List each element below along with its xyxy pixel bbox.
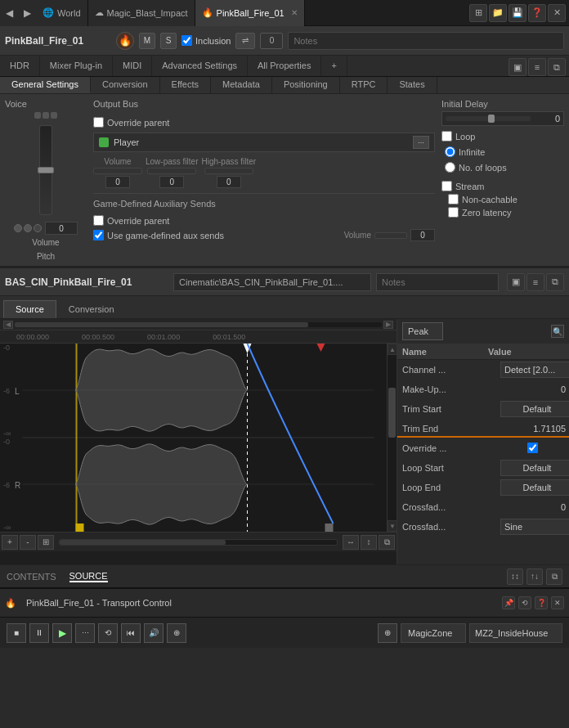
- back-button[interactable]: ⟲: [98, 623, 118, 643]
- tab-nav-back[interactable]: ◀: [0, 0, 18, 26]
- voice-slider-handle[interactable]: [38, 167, 54, 173]
- prop-crossfade-type-select[interactable]: Sine: [500, 519, 569, 535]
- more-button[interactable]: ⋯: [75, 623, 95, 643]
- s-button[interactable]: S: [160, 33, 177, 49]
- zoom-btn-4[interactable]: ↔: [343, 535, 359, 550]
- prop-channel-select[interactable]: Detect [2.0...: [500, 362, 569, 378]
- zoom-out-btn[interactable]: -: [20, 535, 36, 550]
- zone-button[interactable]: ⊕: [378, 623, 397, 643]
- conversion-tab[interactable]: Conversion: [56, 300, 127, 318]
- player-more-btn[interactable]: ···: [413, 136, 429, 149]
- tab-mixer[interactable]: Mixer Plug-in: [40, 55, 113, 76]
- game-use-input[interactable]: [93, 230, 104, 240]
- toolbar-close-icon[interactable]: ✕: [548, 4, 566, 22]
- bas-view-multi[interactable]: ⧉: [546, 273, 564, 291]
- infinite-radio-row[interactable]: Infinite: [445, 146, 564, 157]
- view-list-icon[interactable]: ≡: [528, 58, 546, 76]
- highpass-slider[interactable]: [204, 168, 253, 174]
- prop-tab-conversion[interactable]: Conversion: [91, 77, 160, 93]
- source-tab[interactable]: Source: [3, 300, 56, 318]
- bt-sort-icon[interactable]: ↕↕: [507, 568, 523, 585]
- delay-slider-track[interactable]: [446, 116, 531, 121]
- tab-add[interactable]: +: [321, 55, 347, 76]
- prop-loop-end-btn[interactable]: Default: [500, 479, 569, 496]
- lowpass-slider[interactable]: [147, 168, 196, 174]
- stop-button[interactable]: ■: [7, 623, 26, 643]
- view-grid-icon[interactable]: ▣: [509, 58, 526, 76]
- zoom-in-btn[interactable]: +: [2, 535, 18, 550]
- zoom-btn-6[interactable]: ⧉: [379, 535, 395, 550]
- scroll-left-btn[interactable]: ◀: [3, 321, 13, 329]
- bas-view-grid[interactable]: ▣: [507, 273, 525, 291]
- volume-button[interactable]: 🔊: [144, 623, 164, 643]
- output-select[interactable]: MZ2_InsideHouse: [469, 623, 562, 643]
- prop-makeup-input[interactable]: [500, 381, 566, 398]
- contents-label[interactable]: CONTENTS: [7, 572, 56, 582]
- link-button[interactable]: ⊕: [167, 623, 186, 643]
- transport-refresh-icon[interactable]: ⟲: [518, 596, 531, 609]
- infinite-radio[interactable]: [445, 146, 455, 157]
- tab-advanced-settings[interactable]: Advanced Settings: [152, 55, 248, 76]
- prop-tab-positioning[interactable]: Positioning: [272, 77, 340, 93]
- delay-slider-thumb[interactable]: [488, 115, 495, 123]
- h-scroll-bar-bottom[interactable]: [59, 539, 338, 546]
- game-volume-val[interactable]: [410, 229, 435, 241]
- m-button[interactable]: M: [139, 33, 155, 49]
- volume-filter-val[interactable]: [105, 176, 130, 188]
- prop-tab-metadata[interactable]: Metadata: [211, 77, 272, 93]
- transport-close-icon[interactable]: ✕: [551, 596, 564, 609]
- toolbar-help-icon[interactable]: ❓: [528, 4, 546, 22]
- tab-pinkball-close[interactable]: ✕: [291, 8, 298, 17]
- sound-icon-btn[interactable]: 🔥: [116, 32, 134, 50]
- transport-pin-icon[interactable]: 📌: [502, 596, 515, 609]
- scroll-down-arrow[interactable]: ▼: [388, 520, 397, 532]
- no-loops-radio-row[interactable]: No. of loops: [445, 162, 564, 173]
- non-cachable-check[interactable]: Non-cachable: [448, 194, 564, 204]
- override-parent-check[interactable]: Override parent: [93, 117, 435, 128]
- pause-button[interactable]: ⏸: [29, 623, 49, 643]
- scroll-thumb[interactable]: [388, 388, 396, 438]
- tab-hdr[interactable]: HDR: [0, 55, 40, 76]
- zero-latency-checkbox[interactable]: [448, 207, 459, 218]
- prop-tab-states[interactable]: States: [388, 77, 437, 93]
- game-override-input[interactable]: [93, 215, 104, 226]
- tab-midi[interactable]: MIDI: [113, 55, 152, 76]
- zoom-btn-5[interactable]: ↕: [361, 535, 377, 550]
- scroll-up-arrow[interactable]: ▲: [388, 344, 397, 355]
- no-loops-radio[interactable]: [445, 162, 455, 173]
- prop-trim-end-input[interactable]: [500, 420, 566, 437]
- highpass-val[interactable]: [217, 176, 241, 188]
- view-multi-icon[interactable]: ⧉: [548, 58, 566, 76]
- volume-filter-slider[interactable]: [93, 168, 142, 174]
- stream-checkbox[interactable]: [441, 181, 452, 191]
- loop-checkbox[interactable]: [441, 131, 452, 142]
- bas-path[interactable]: [173, 273, 371, 291]
- share-button[interactable]: ⇌: [235, 33, 255, 49]
- override-parent-input[interactable]: [93, 117, 104, 128]
- bt-order-icon[interactable]: ↑↓: [526, 568, 543, 585]
- tab-magic-blast[interactable]: ☁ Magic_Blast_Impact: [88, 0, 195, 26]
- toolbar-grid-icon[interactable]: ⊞: [469, 4, 487, 22]
- bt-view-icon[interactable]: ⧉: [546, 568, 562, 585]
- inclusion-toggle[interactable]: Inclusion: [181, 35, 231, 46]
- step-back-button[interactable]: ⏮: [121, 623, 141, 643]
- prop-trim-start-btn[interactable]: Default: [500, 401, 569, 417]
- h-scroll-track[interactable]: [15, 322, 382, 327]
- waveform-body[interactable]: -0 -6 -∞ -0 -6 -∞ L R: [0, 344, 397, 532]
- prop-override-check[interactable]: [527, 443, 538, 453]
- zoom-fit-btn[interactable]: ⊞: [38, 535, 54, 550]
- scroll-right-btn[interactable]: ▶: [383, 321, 393, 329]
- prop-tab-rtpc[interactable]: RTPC: [340, 77, 388, 93]
- bas-view-list[interactable]: ≡: [526, 273, 544, 291]
- notes-input[interactable]: [288, 32, 564, 50]
- tab-nav-forward[interactable]: ▶: [18, 0, 36, 26]
- loop-check[interactable]: Loop: [441, 131, 564, 142]
- peak-select[interactable]: Peak RMS: [402, 322, 443, 340]
- toolbar-save-icon[interactable]: 💾: [509, 4, 526, 22]
- game-use-check[interactable]: Use game-defined aux sends: [93, 230, 224, 240]
- prop-tab-effects[interactable]: Effects: [160, 77, 211, 93]
- tab-pinkball[interactable]: 🔥 PinkBall_Fire_01 ✕: [195, 0, 305, 26]
- voice-slider[interactable]: [39, 125, 52, 215]
- search-icon[interactable]: 🔍: [551, 325, 564, 338]
- lowpass-val[interactable]: [159, 176, 184, 188]
